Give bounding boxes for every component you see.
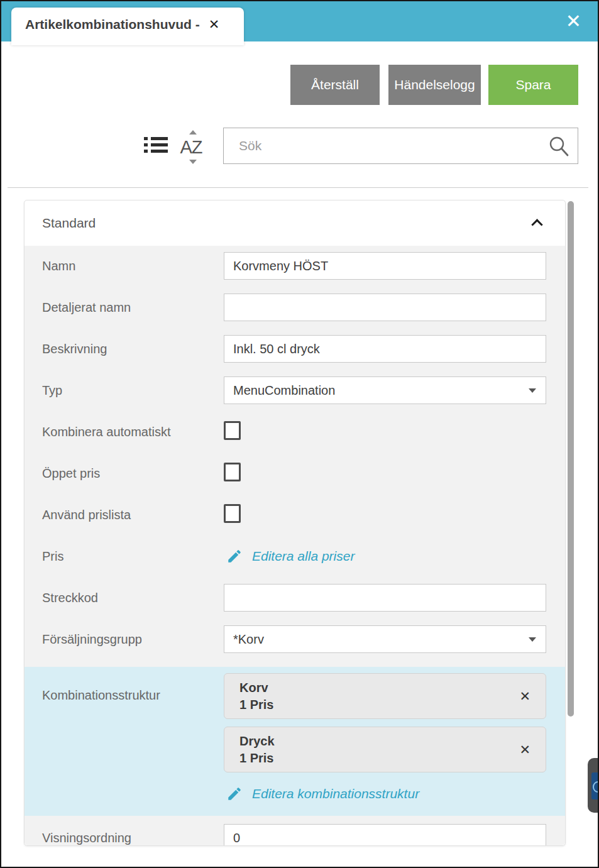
link-label: Editera alla priser [252, 549, 354, 564]
window-close-icon[interactable]: ✕ [566, 11, 581, 31]
remove-icon[interactable]: ✕ [519, 689, 530, 704]
detaljerat-namn-input[interactable] [224, 294, 546, 321]
field-row-namn: Namn [42, 252, 546, 280]
field-label: Pris [42, 549, 224, 564]
standard-panel: Standard Namn Detaljerat namn Beskrivnin… [24, 200, 566, 846]
vertical-scrollbar[interactable] [568, 201, 574, 717]
pencil-icon [226, 786, 243, 802]
field-row-forsaljningsgrupp: Försäljningsgrupp [42, 625, 546, 653]
field-label: Försäljningsgrupp [42, 632, 224, 647]
link-label: Editera kombinationsstruktur [252, 786, 419, 801]
field-label: Visningsordning [42, 831, 224, 845]
anvand-prislista-checkbox[interactable] [224, 504, 241, 523]
search-icon[interactable] [548, 136, 569, 157]
field-row-kombinera-automatiskt: Kombinera automatiskt [42, 418, 546, 446]
field-label: Detaljerat namn [42, 300, 224, 315]
oppet-pris-checkbox[interactable] [224, 463, 241, 481]
streckkod-input[interactable] [224, 584, 546, 612]
panel-title: Standard [42, 216, 96, 231]
kombinationsstruktur-section: Kombinationsstruktur Korv 1 Pris ✕ Dryck… [25, 667, 565, 816]
sort-up-arrow-icon [189, 130, 197, 135]
field-label: Typ [42, 383, 224, 398]
remove-icon[interactable]: ✕ [519, 742, 530, 757]
tab-close-icon[interactable]: ✕ [209, 17, 220, 32]
field-row-oppet-pris: Öppet pris [42, 459, 546, 487]
combo-item-price: 1 Pris [239, 696, 273, 713]
kombinera-automatiskt-checkbox[interactable] [224, 421, 241, 440]
typ-select[interactable] [224, 376, 546, 404]
tab-artikelkombinationshuvud[interactable]: Artikelkombinationshuvud - ✕ [11, 8, 244, 45]
forsaljningsgrupp-select[interactable] [224, 625, 546, 653]
dialog-window: ✕ Artikelkombinationshuvud - ✕ Återställ… [0, 0, 599, 868]
pencil-icon [226, 548, 243, 564]
sort-alphabetical-icon[interactable]: AZ [176, 131, 206, 163]
sort-letters: AZ [180, 137, 202, 157]
field-label: Beskrivning [42, 342, 224, 356]
reset-button[interactable]: Återställ [290, 65, 380, 105]
panel-header[interactable]: Standard [25, 201, 565, 246]
edit-all-prices-link[interactable]: Editera alla priser [224, 542, 546, 570]
search-box [223, 128, 578, 164]
list-view-icon[interactable] [144, 137, 168, 153]
combo-item-korv[interactable]: Korv 1 Pris ✕ [224, 673, 546, 719]
combo-item-dryck[interactable]: Dryck 1 Pris ✕ [224, 727, 546, 772]
field-row-streckkod: Streckkod [42, 584, 546, 612]
field-row-typ: Typ [42, 376, 546, 404]
tab-title: Artikelkombinationshuvud - [25, 17, 200, 32]
beskrivning-input[interactable] [224, 335, 546, 363]
combo-item-price: 1 Pris [239, 750, 275, 767]
save-button[interactable]: Spara [488, 65, 578, 105]
sort-down-arrow-icon [189, 160, 197, 164]
side-widget-button[interactable] [588, 758, 598, 813]
side-widget-logo-icon [591, 772, 598, 799]
field-row-visningsordning: Visningsordning [42, 824, 546, 845]
search-input[interactable] [223, 128, 578, 164]
edit-combination-structure-link[interactable]: Editera kombinationsstruktur [224, 780, 546, 808]
collapse-chevron-up-icon[interactable] [531, 219, 542, 230]
combo-item-name: Dryck [239, 733, 275, 750]
namn-input[interactable] [224, 252, 546, 280]
eventlog-button[interactable]: Händelselogg [388, 65, 481, 105]
combo-item-name: Korv [239, 679, 273, 696]
typ-select-value[interactable] [224, 376, 546, 404]
visningsordning-input[interactable] [224, 824, 546, 845]
field-row-pris: Pris Editera alla priser [42, 542, 546, 570]
form-body: Namn Detaljerat namn Beskrivning [25, 246, 565, 845]
field-row-anvand-prislista: Använd prislista [42, 501, 546, 529]
field-label: Streckkod [42, 591, 224, 605]
field-label: Öppet pris [42, 466, 224, 481]
field-label: Använd prislista [42, 508, 224, 522]
field-label: Namn [42, 259, 224, 273]
field-row-detaljerat-namn: Detaljerat namn [42, 294, 546, 321]
field-label: Kombinera automatiskt [42, 425, 224, 439]
field-row-beskrivning: Beskrivning [42, 335, 546, 363]
forsaljningsgrupp-select-value[interactable] [224, 625, 546, 653]
section-divider [8, 187, 588, 188]
field-label: Kombinationsstruktur [42, 673, 224, 808]
